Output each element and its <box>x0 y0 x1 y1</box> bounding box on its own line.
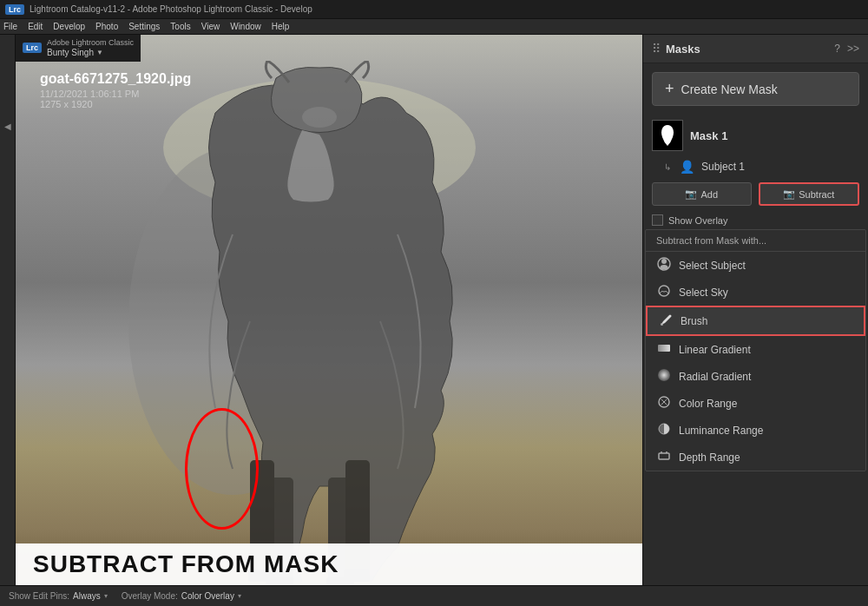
lr-user-dropdown[interactable]: ▼ <box>96 49 103 57</box>
selection-oval <box>185 408 259 530</box>
menu-help[interactable]: Help <box>272 22 290 31</box>
show-overlay-row: Show Overlay <box>643 211 868 229</box>
menu-item-color-range[interactable]: Color Range <box>646 390 865 417</box>
menu-tools[interactable]: Tools <box>170 22 190 31</box>
image-filename: goat-6671275_1920.jpg <box>40 71 191 87</box>
mask1-name: Mask 1 <box>690 129 727 142</box>
menu-item-linear-gradient[interactable]: Linear Gradient <box>646 336 865 363</box>
menu-file[interactable]: File <box>3 22 17 31</box>
subtract-icon: 📷 <box>783 188 795 200</box>
select-subject-icon <box>656 257 672 273</box>
subtitle-bar: SUBTRACT FROM MASK <box>16 543 642 585</box>
lr-app-badge: Lrc Adobe Lightroom Classic Bunty Singh … <box>16 35 141 62</box>
radial-gradient-icon <box>656 368 672 385</box>
subtract-button[interactable]: 📷 Subtract <box>759 182 860 206</box>
overlay-mode-value[interactable]: Color Overlay <box>181 591 234 601</box>
image-dimensions: 1275 x 1920 <box>40 99 191 109</box>
create-mask-label: Create New Mask <box>681 82 778 96</box>
masks-panel-header: ⠿ Masks ? >> <box>643 35 868 63</box>
show-overlay-label: Show Overlay <box>668 215 727 226</box>
photo-background <box>16 35 642 585</box>
svg-rect-15 <box>658 345 670 352</box>
menu-photo[interactable]: Photo <box>95 22 118 31</box>
brush-label: Brush <box>681 315 707 327</box>
menu-item-depth-range[interactable]: Depth Range <box>646 444 865 471</box>
show-edit-pins-value[interactable]: Always <box>73 591 101 601</box>
menu-view[interactable]: View <box>201 22 220 31</box>
radial-gradient-label: Radial Gradient <box>679 371 751 383</box>
depth-range-label: Depth Range <box>679 451 740 464</box>
plus-icon: + <box>665 80 674 98</box>
lr-badge-icon: Lrc <box>23 43 42 53</box>
lr-user-name: Bunty Singh <box>47 48 94 58</box>
add-label: Add <box>700 189 718 200</box>
select-sky-label: Select Sky <box>679 287 728 299</box>
menu-item-luminance-range[interactable]: Luminance Range <box>646 417 865 444</box>
overlay-mode-label: Overlay Mode: <box>122 591 178 601</box>
app-badge: Lrc <box>5 4 24 15</box>
subject1-row[interactable]: ↳ 👤 Subject 1 <box>643 156 868 177</box>
subject-indent-arrow: ↳ <box>664 162 671 172</box>
status-bar: Show Edit Pins: Always ▾ Overlay Mode: C… <box>0 585 868 606</box>
add-subtract-row: 📷 Add 📷 Subtract <box>643 177 868 211</box>
menu-bar: File Edit Develop Photo Settings Tools V… <box>0 19 868 35</box>
subtitle-text: SUBTRACT FROM MASK <box>33 550 625 578</box>
masks-panel-title: Masks <box>666 43 700 56</box>
luminance-range-icon <box>656 422 672 438</box>
linear-gradient-label: Linear Gradient <box>679 344 751 356</box>
svg-point-2 <box>302 107 337 128</box>
window-title: Lightroom Catalog-v11-2 - Adobe Photosho… <box>30 4 312 14</box>
add-icon: 📷 <box>685 188 697 200</box>
menu-item-select-sky[interactable]: Select Sky <box>646 279 865 306</box>
menu-window[interactable]: Window <box>230 22 261 31</box>
color-range-label: Color Range <box>679 398 737 410</box>
subject1-name: Subject 1 <box>701 161 745 173</box>
select-sky-icon <box>656 284 672 300</box>
menu-settings[interactable]: Settings <box>128 22 160 31</box>
mask1-row[interactable]: Mask 1 <box>643 115 868 156</box>
masks-panel: ⠿ Masks ? >> + Create New Mask Mask 1 ↳ <box>642 35 868 585</box>
show-edit-pins-label: Show Edit Pins: <box>9 591 69 601</box>
image-canvas: Lrc Adobe Lightroom Classic Bunty Singh … <box>16 35 642 585</box>
image-date: 11/12/2021 1:06:11 PM <box>40 89 191 99</box>
menu-develop[interactable]: Develop <box>53 22 85 31</box>
brush-icon <box>658 313 674 329</box>
subject-person-icon: 👤 <box>680 160 694 174</box>
svg-point-11 <box>661 259 667 264</box>
lr-app-name: Adobe Lightroom Classic <box>47 38 134 48</box>
svg-point-14 <box>661 323 663 326</box>
linear-gradient-icon <box>656 341 672 358</box>
main-layout: ◀ Lrc Adobe Lightroom Classic Bunty Sing… <box>0 35 868 585</box>
image-info: goat-6671275_1920.jpg 11/12/2021 1:06:11… <box>40 71 191 109</box>
overlay-mode-item: Overlay Mode: Color Overlay ▾ <box>122 591 241 601</box>
select-subject-label: Select Subject <box>679 260 746 272</box>
svg-point-16 <box>658 369 670 381</box>
create-new-mask-button[interactable]: + Create New Mask <box>652 72 859 106</box>
subtract-dropdown-menu: Subtract from Mask with... Select Subjec… <box>645 229 866 471</box>
luminance-range-label: Luminance Range <box>679 425 763 437</box>
color-range-icon <box>656 395 672 412</box>
add-button[interactable]: 📷 Add <box>652 182 752 206</box>
panel-drag-handle: ⠿ <box>652 42 661 56</box>
show-overlay-checkbox[interactable] <box>652 214 663 226</box>
show-edit-pins-arrow: ▾ <box>104 592 108 600</box>
menu-item-brush[interactable]: Brush <box>646 306 865 336</box>
svg-rect-19 <box>659 453 669 459</box>
menu-edit[interactable]: Edit <box>28 22 43 31</box>
left-panel-arrow[interactable]: ◀ <box>4 122 11 131</box>
title-bar: Lrc Lightroom Catalog-v11-2 - Adobe Phot… <box>0 0 868 19</box>
show-edit-pins-item: Show Edit Pins: Always ▾ <box>9 591 108 601</box>
svg-point-13 <box>659 286 669 296</box>
menu-item-radial-gradient[interactable]: Radial Gradient <box>646 363 865 390</box>
depth-range-icon <box>656 449 672 465</box>
overlay-mode-arrow: ▾ <box>238 592 241 600</box>
subtract-label: Subtract <box>799 189 834 200</box>
mask1-thumbnail <box>652 120 683 151</box>
masks-menu-icon[interactable]: >> <box>847 43 859 55</box>
left-panel: ◀ <box>0 35 16 585</box>
menu-item-select-subject[interactable]: Select Subject <box>646 252 865 279</box>
dropdown-header: Subtract from Mask with... <box>646 230 865 252</box>
masks-help-icon[interactable]: ? <box>834 43 840 55</box>
